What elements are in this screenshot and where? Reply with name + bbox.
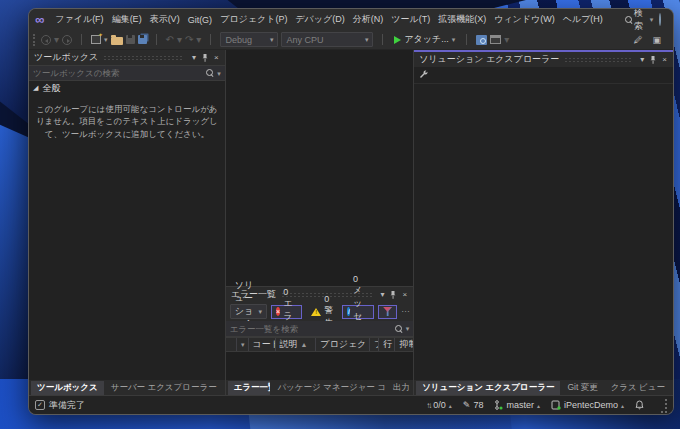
configuration-value: Debug [225,35,252,45]
column-line[interactable]: 行 [379,338,395,351]
branch-icon [494,400,503,410]
navigate-back-icon[interactable] [41,35,51,45]
left-dock-tabs: ツールボックス サーバー エクスプローラー [29,380,225,395]
chevron-down-icon[interactable]: ▾ [177,35,182,45]
undo-icon[interactable]: ↶ [166,35,174,45]
column-description[interactable]: 説明 ▲ [276,338,317,351]
column-suppression[interactable]: 抑制 [395,338,413,351]
tab-output[interactable]: 出力 [387,381,411,395]
menu-help[interactable]: ヘルプ(H) [559,11,607,28]
errors-filter-button[interactable]: × 0 エラー [271,305,302,319]
solution-platform-dropdown[interactable]: Any CPU ▾ [281,32,373,47]
pin-icon[interactable] [647,56,659,64]
right-dock-tabs: ソリューション エクスプローラー Git 変更 クラス ビュー [414,380,673,395]
navigate-forward-icon[interactable] [62,35,72,45]
solution-explorer-header[interactable]: ソリューション エクスプローラー ▾ × [414,52,673,67]
toolbox-search-input[interactable] [33,68,203,78]
main-area: ツールボックス ▾ × ▾ ◢ 全般 このグループには使用 [29,50,673,395]
menu-edit[interactable]: 編集(E) [108,11,146,28]
solution-configuration-dropdown[interactable]: Debug ▾ [220,32,278,47]
close-icon[interactable]: × [399,290,410,299]
toolbox-header[interactable]: ツールボックス ▾ × [29,50,225,65]
current-repository[interactable]: iPentecDemo ▴ [551,400,624,410]
search-icon [625,16,630,24]
close-icon[interactable]: × [659,55,670,64]
document-dock: エラー一覧 ▾ × ソリューション全体 ▾ × 0 エラー [226,50,413,395]
window-position-icon[interactable]: ▾ [637,55,647,64]
platform-value: Any CPU [286,35,323,45]
tab-solution-explorer[interactable]: ソリューション エクスプローラー [416,381,560,395]
column-project[interactable]: プロジェクト [316,338,370,351]
menu-window[interactable]: ウィンドウ(W) [490,11,559,28]
toolbar-overflow-icon[interactable]: ▾ [504,35,509,45]
new-project-icon[interactable] [91,35,101,44]
caret-up-icon: ▴ [449,402,452,409]
error-list-body[interactable] [226,352,413,380]
window-resize-grip[interactable] [659,401,667,409]
user-avatar[interactable] [659,13,661,26]
menu-project[interactable]: プロジェクト(P) [216,11,291,28]
chevron-down-icon[interactable]: ▾ [104,36,108,43]
error-scope-dropdown[interactable]: ソリューション全体 ▾ [230,304,267,319]
notifications-button[interactable] [635,400,644,410]
pending-changes[interactable]: ✎ 78 [463,400,484,410]
error-list-search-box[interactable]: ▾ [226,321,413,337]
tab-toolbox[interactable]: ツールボックス [31,381,104,395]
messages-filter-button[interactable]: i 0 メッセージ [342,305,374,319]
toolbar-grip[interactable] [33,34,35,46]
solution-explorer-body[interactable] [414,84,673,380]
warnings-filter-button[interactable]: 0 警告 [306,305,338,319]
chevron-down-icon[interactable]: ▾ [196,35,201,45]
solution-explorer-toolbar [414,67,673,84]
chevron-down-icon[interactable]: ▾ [406,325,410,332]
menu-file[interactable]: ファイル(F) [51,11,107,28]
pin-icon[interactable] [199,54,211,62]
menu-debug[interactable]: デバッグ(D) [291,11,348,28]
live-share-icon[interactable]: ▣ [652,35,661,45]
menu-tools[interactable]: ツール(T) [387,11,434,28]
toolbox-search-box[interactable]: ▾ [29,65,225,81]
search-label: 検索 [634,8,646,33]
solution-explorer-title: ソリューション エクスプローラー [419,53,559,66]
info-icon: i [347,307,350,316]
close-icon[interactable]: × [211,53,222,62]
wrench-icon[interactable] [419,70,428,81]
window-position-icon[interactable]: ▾ [377,290,387,299]
caret-up-icon: ▴ [621,402,624,409]
properties-window-icon[interactable] [490,35,501,44]
send-feedback-icon[interactable]: 🖉 [633,35,642,45]
menu-git[interactable]: Git(G) [184,13,217,27]
menu-analyze[interactable]: 分析(N) [349,11,388,28]
column-file[interactable]: ファイル [370,338,379,351]
menu-view[interactable]: 表示(V) [146,11,184,28]
window-position-icon[interactable]: ▾ [189,53,199,62]
save-icon[interactable] [126,35,135,44]
tab-server-explorer[interactable]: サーバー エクスプローラー [105,381,223,395]
solution-explorer-panel: ソリューション エクスプローラー ▾ × [414,50,673,380]
background-tasks-icon[interactable]: ✓ [35,400,45,410]
filter-button[interactable] [378,305,397,319]
chevron-down-icon[interactable]: ▾ [54,35,59,45]
chevron-down-icon[interactable]: ▾ [217,70,221,77]
menu-extensions[interactable]: 拡張機能(X) [434,11,490,28]
column-label: 説明 [280,338,298,351]
column-code[interactable]: コード [249,338,276,351]
save-all-icon[interactable] [138,35,147,44]
error-list-search-input[interactable] [230,324,392,334]
attach-button[interactable]: アタッチ... ▾ [392,33,457,46]
repository-icon [551,400,561,410]
tab-package-manager-console[interactable]: パッケージ マネージャー コンソール [271,381,386,395]
redo-icon[interactable]: ↷ [185,35,193,45]
find-in-files-icon[interactable] [476,35,487,45]
pin-icon[interactable] [387,291,399,299]
current-branch[interactable]: master ▴ [494,400,540,410]
tab-class-view[interactable]: クラス ビュー [605,381,671,395]
toolbar-overflow-icon[interactable]: ⋯ [401,307,409,316]
tab-git-changes[interactable]: Git 変更 [561,381,603,395]
incoming-outgoing-commits[interactable]: ↑↓ 0/0 ▴ [426,400,452,410]
tab-error-list[interactable]: エラー一覧 [228,381,271,395]
column-filter-icon[interactable]: ▾ [237,338,248,351]
toolbox-group-general[interactable]: ◢ 全般 [29,81,225,95]
column-severity[interactable] [226,338,237,351]
open-folder-icon[interactable] [111,37,123,45]
